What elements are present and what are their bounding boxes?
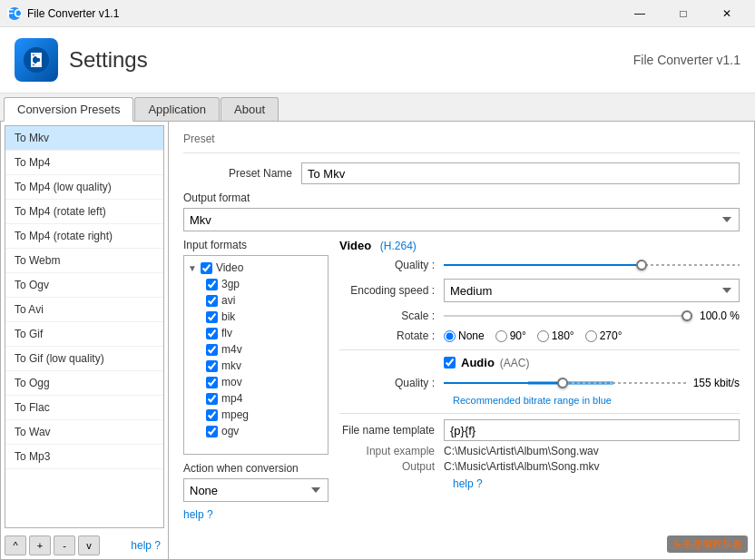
avi-checkbox[interactable]: [206, 295, 218, 307]
scale-thumb[interactable]: [681, 310, 692, 321]
tree-child-bik: bik: [188, 309, 324, 325]
input-formats-panel: Input formats ▼ Video 3gp: [183, 239, 328, 521]
tab-application[interactable]: Application: [134, 97, 220, 121]
titlebar-title: File Converter v1.1: [27, 7, 619, 20]
tree-video-label: Video: [216, 261, 243, 274]
header-left: Settings: [15, 38, 148, 82]
quality-row: Quality :: [339, 256, 740, 274]
action-select[interactable]: None Open folder Open file: [183, 478, 328, 502]
window-controls: — □ ✕: [619, 0, 748, 27]
tab-about[interactable]: About: [221, 97, 279, 121]
tree-child-mov: mov: [188, 374, 324, 390]
rotate-180-radio[interactable]: [537, 330, 549, 342]
preset-name-input[interactable]: [301, 162, 740, 184]
output-label: Output: [339, 460, 444, 473]
preset-list[interactable]: To Mkv To Mp4 To Mp4 (low quality) To Mp…: [5, 125, 164, 528]
3gp-checkbox[interactable]: [206, 279, 218, 290]
filename-help-link[interactable]: help ?: [453, 477, 486, 490]
tree-avi-label: avi: [221, 294, 235, 307]
move-down-button[interactable]: v: [78, 535, 100, 555]
audio-checkbox[interactable]: [444, 357, 456, 368]
encoding-speed-label: Encoding speed :: [339, 284, 444, 297]
list-item[interactable]: To Gif (low quality): [5, 347, 163, 371]
tree-bik-label: bik: [221, 310, 235, 323]
remove-button[interactable]: -: [54, 535, 75, 555]
audio-quality-row: Quality : 155 kbit/s: [339, 374, 740, 392]
help-link[interactable]: help ?: [131, 539, 164, 552]
list-item[interactable]: To Flac: [5, 396, 163, 420]
list-item[interactable]: To Avi: [5, 298, 163, 322]
tree-mp4-label: mp4: [221, 392, 242, 405]
quality-thumb[interactable]: [636, 260, 647, 270]
video-checkbox[interactable]: [201, 262, 212, 274]
video-section-header: Video (H.264): [339, 239, 740, 252]
tree-child-mpeg: mpeg: [188, 407, 324, 423]
list-item[interactable]: To Ogg: [5, 371, 163, 396]
list-item[interactable]: To Ogv: [5, 273, 163, 298]
move-up-button[interactable]: ^: [5, 535, 26, 555]
encoding-speed-row: Encoding speed : Ultrafast Superfast Ver…: [339, 279, 740, 302]
encoding-speed-select[interactable]: Ultrafast Superfast Veryfast Fast Medium…: [444, 279, 740, 302]
formats-help-link[interactable]: help ?: [183, 508, 217, 521]
m4v-checkbox[interactable]: [206, 344, 218, 356]
tree-mpeg-label: mpeg: [221, 408, 249, 421]
rotate-90[interactable]: 90°: [495, 329, 526, 342]
rotate-270-radio[interactable]: [585, 330, 597, 342]
scale-label: Scale :: [339, 309, 444, 322]
formats-tree[interactable]: ▼ Video 3gp avi: [183, 255, 328, 455]
rotate-180[interactable]: 180°: [537, 329, 574, 342]
flv-checkbox[interactable]: [206, 328, 218, 339]
output-format-select[interactable]: Mkv Mp4 Avi Webm Ogv: [183, 208, 740, 231]
tree-3gp-label: 3gp: [221, 278, 240, 290]
add-button[interactable]: +: [29, 535, 51, 555]
tree-flv-label: flv: [221, 327, 232, 339]
watermark: 头条@编程乐趣: [667, 535, 748, 553]
audio-divider: [339, 413, 740, 414]
main-window: Settings File Converter v1.1 Conversion …: [0, 27, 755, 560]
filename-template-row: File name template: [339, 419, 740, 441]
mp4-checkbox[interactable]: [206, 393, 218, 405]
list-item[interactable]: To Mp3: [5, 445, 163, 469]
titlebar: FC File Converter v1.1 — □ ✕: [0, 0, 755, 27]
output-row: Output C:\Music\Artist\Album\Song.mkv: [339, 460, 740, 473]
tree-child-mp4: mp4: [188, 390, 324, 407]
tree-ogv-label: ogv: [221, 425, 239, 437]
tab-conversion-presets[interactable]: Conversion Presets: [4, 97, 133, 122]
list-item[interactable]: To Gif: [5, 322, 163, 347]
action-label: Action when conversion: [183, 462, 328, 475]
app-logo: [15, 38, 58, 82]
list-item[interactable]: To Mp4 (rotate left): [5, 200, 163, 224]
bik-checkbox[interactable]: [206, 311, 218, 323]
list-item[interactable]: To Mp4: [5, 151, 163, 175]
mov-checkbox[interactable]: [206, 377, 218, 388]
output-value: C:\Music\Artist\Album\Song.mkv: [444, 460, 599, 473]
list-item[interactable]: To Wav: [5, 420, 163, 445]
list-item[interactable]: To Mp4 (rotate right): [5, 224, 163, 249]
audio-codec: (AAC): [500, 357, 530, 369]
rotate-none-radio[interactable]: [444, 330, 456, 342]
rotate-270[interactable]: 270°: [585, 329, 623, 342]
mpeg-checkbox[interactable]: [206, 409, 218, 421]
rotate-90-radio[interactable]: [495, 330, 507, 342]
preset-name-label: Preset Name: [183, 167, 301, 180]
tree-child-avi: avi: [188, 292, 324, 309]
list-item[interactable]: To Mp4 (low quality): [5, 175, 163, 200]
tree-arrow-video[interactable]: ▼: [188, 263, 197, 273]
minimize-button[interactable]: —: [619, 0, 661, 27]
ogv-checkbox[interactable]: [206, 426, 218, 437]
video-title: Video: [339, 239, 371, 252]
content-area: To Mkv To Mp4 To Mp4 (low quality) To Mp…: [0, 122, 755, 560]
tree-mov-label: mov: [221, 376, 242, 388]
mkv-checkbox[interactable]: [206, 360, 218, 372]
app-icon: FC: [7, 6, 22, 21]
template-input[interactable]: [444, 419, 740, 441]
rotate-label: Rotate :: [339, 329, 444, 342]
input-example-label: Input example: [339, 445, 444, 457]
maximize-button[interactable]: □: [662, 0, 704, 27]
list-item[interactable]: To Mkv: [5, 126, 163, 151]
close-button[interactable]: ✕: [706, 0, 748, 27]
rotate-none[interactable]: None: [444, 329, 485, 342]
list-item[interactable]: To Webm: [5, 249, 163, 273]
quality-slider-container: [444, 256, 740, 274]
audio-thumb[interactable]: [557, 378, 568, 388]
